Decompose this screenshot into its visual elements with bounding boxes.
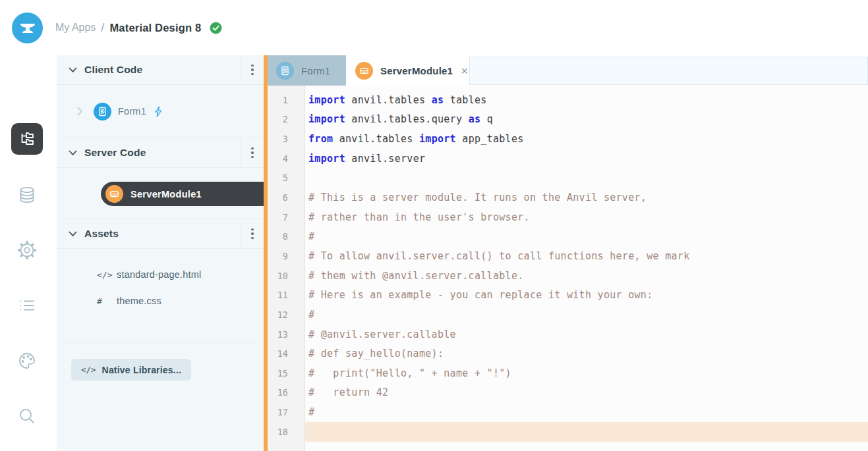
code-line[interactable]: 14# def say_hello(name): xyxy=(268,344,868,363)
search-button[interactable] xyxy=(11,400,43,432)
code-text: # them with @anvil.server.callable. xyxy=(305,266,868,286)
line-number: 2 xyxy=(268,114,305,124)
native-libraries-button[interactable]: </> Native Libraries... xyxy=(71,359,191,381)
code-text: # rather than in the user's browser. xyxy=(305,207,868,227)
code-text: import anvil.tables as tables xyxy=(305,90,868,110)
theme-button[interactable] xyxy=(11,345,43,377)
chevron-down-icon[interactable] xyxy=(67,228,78,239)
code-line[interactable]: 16# return 42 xyxy=(268,383,868,403)
client-code-body: Form1 xyxy=(57,85,264,138)
code-line[interactable]: 2import anvil.tables.query as q xyxy=(268,110,868,130)
code-text: # xyxy=(305,305,868,325)
code-line[interactable]: 15# print("Hello, " + name + "!") xyxy=(268,363,868,383)
code-line[interactable]: 18 xyxy=(268,422,868,442)
line-number: 12 xyxy=(268,309,305,320)
tree-item-label: Form1 xyxy=(118,106,146,117)
line-number: 1 xyxy=(268,95,305,105)
css-file-icon: # xyxy=(97,296,117,306)
code-text: # xyxy=(305,402,868,422)
tab-bar: Form1 ServerModule1 × xyxy=(268,55,868,86)
anvil-icon xyxy=(18,19,37,38)
code-text: # To allow anvil.server.call() to call f… xyxy=(305,246,868,266)
code-line[interactable]: 13# @anvil.server.callable xyxy=(268,325,868,344)
server-module-icon xyxy=(355,62,373,80)
server-module-icon xyxy=(105,185,123,203)
code-text: # @anvil.server.callable xyxy=(305,325,868,344)
tree-item-form1[interactable]: Form1 xyxy=(57,98,264,124)
section-server-code[interactable]: Server Code xyxy=(57,138,264,168)
asset-item-standard-page[interactable]: </> standard-page.html xyxy=(57,261,264,288)
asset-label: standard-page.html xyxy=(117,269,202,280)
code-text: # print("Hello, " + name + "!") xyxy=(305,363,868,383)
code-text xyxy=(305,422,868,442)
empty-tab-strip xyxy=(469,57,868,85)
search-icon xyxy=(17,406,37,426)
line-number: 10 xyxy=(268,271,305,281)
line-number: 11 xyxy=(268,290,305,300)
asset-label: theme.css xyxy=(117,296,161,306)
app-structure-button[interactable] xyxy=(11,123,43,155)
code-line[interactable]: 6# This is a server module. It runs on t… xyxy=(268,188,868,207)
panel-resize-handle[interactable] xyxy=(264,55,268,451)
anvil-logo[interactable] xyxy=(12,13,43,43)
code-text: # def say_hello(name): xyxy=(305,344,868,363)
line-number: 16 xyxy=(268,387,305,398)
tab-servermodule1-active[interactable]: ServerModule1 × xyxy=(346,55,469,86)
section-title: Assets xyxy=(84,228,119,240)
line-number: 14 xyxy=(268,348,305,359)
native-libraries-label: Native Libraries... xyxy=(102,365,182,375)
section-assets[interactable]: Assets xyxy=(57,219,264,249)
breadcrumb-my-apps[interactable]: My Apps xyxy=(55,22,96,34)
server-code-menu-button[interactable] xyxy=(241,138,264,167)
code-text: # return 42 xyxy=(305,383,868,403)
code-line[interactable]: 1import anvil.tables as tables xyxy=(268,90,868,110)
anvil-editor-window: My Apps / Material Design 8 xyxy=(0,0,868,451)
code-line[interactable]: 11# Here is an example - you can replace… xyxy=(268,285,868,305)
code-file-icon: </> xyxy=(97,270,117,280)
theme-palette-icon xyxy=(17,351,37,371)
chevron-down-icon[interactable] xyxy=(67,147,78,158)
line-number: 6 xyxy=(268,192,305,203)
form-icon xyxy=(276,62,294,80)
client-code-menu-button[interactable] xyxy=(241,55,264,84)
code-line[interactable]: 7# rather than in the user's browser. xyxy=(268,207,868,227)
breadcrumb-app-name[interactable]: Material Design 8 xyxy=(109,22,201,34)
database-icon xyxy=(17,185,37,205)
close-tab-icon[interactable]: × xyxy=(461,65,468,77)
asset-item-theme-css[interactable]: # theme.css xyxy=(57,288,264,314)
code-line[interactable]: 12# xyxy=(268,305,868,325)
settings-button[interactable] xyxy=(11,234,43,266)
line-number: 13 xyxy=(268,329,305,340)
line-number: 8 xyxy=(268,231,305,242)
main-content: Form1 ServerModule1 × 1import anvil.tabl… xyxy=(268,55,868,451)
tab-form1[interactable]: Form1 xyxy=(266,55,346,86)
saved-check-icon[interactable] xyxy=(210,22,222,34)
section-title: Client Code xyxy=(84,64,142,76)
database-button[interactable] xyxy=(11,179,43,211)
code-line[interactable]: 17# xyxy=(268,402,868,422)
line-number: 18 xyxy=(268,427,305,437)
app-browser-panel: Client Code Form1 xyxy=(57,55,264,451)
code-line[interactable]: 8# xyxy=(268,226,868,246)
tab-label: Form1 xyxy=(301,65,330,76)
code-line[interactable]: 4import anvil.server xyxy=(268,149,868,169)
line-number: 15 xyxy=(268,368,305,379)
code-text: # xyxy=(305,226,868,246)
chevron-down-icon[interactable] xyxy=(67,65,78,75)
code-line[interactable]: 3from anvil.tables import app_tables xyxy=(268,129,868,149)
kebab-menu-icon xyxy=(251,228,254,240)
kebab-menu-icon xyxy=(251,65,254,76)
code-line[interactable]: 9# To allow anvil.server.call() to call … xyxy=(268,246,868,266)
tree-item-servermodule1-selected[interactable]: ServerModule1 xyxy=(101,182,264,206)
section-client-code[interactable]: Client Code xyxy=(57,55,264,85)
tree-item-label: ServerModule1 xyxy=(130,189,202,199)
assets-menu-button[interactable] xyxy=(241,219,264,248)
logs-list-button[interactable] xyxy=(11,290,43,321)
left-icon-rail xyxy=(0,55,57,451)
line-number: 7 xyxy=(268,212,305,223)
code-editor[interactable]: 1import anvil.tables as tables2import an… xyxy=(268,86,868,451)
code-line[interactable]: 10# them with @anvil.server.callable. xyxy=(268,266,868,286)
chevron-right-icon[interactable] xyxy=(77,107,83,116)
breadcrumb: My Apps / Material Design 8 xyxy=(55,0,222,55)
code-line[interactable]: 5 xyxy=(268,169,868,188)
